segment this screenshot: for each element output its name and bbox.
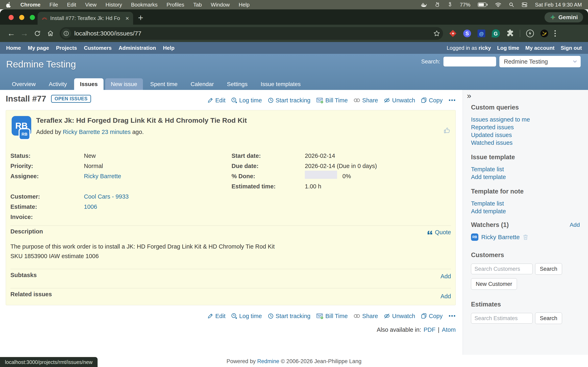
field-value-customer[interactable]: Cool Cars - 9933 xyxy=(84,192,129,202)
search-input[interactable] xyxy=(443,57,496,67)
reload-button[interactable] xyxy=(31,30,43,37)
share-button-bottom[interactable]: Share xyxy=(354,313,378,319)
tab-issues[interactable]: Issues xyxy=(74,78,103,90)
tab-issue-templates[interactable]: Issue templates xyxy=(255,78,306,90)
menubar-item-file[interactable]: File xyxy=(49,2,58,8)
log-time-button[interactable]: Log time xyxy=(231,97,262,104)
menubar-clock[interactable]: Sat Feb 14 9:30 AM xyxy=(535,2,582,8)
extension-icon-red[interactable] xyxy=(448,29,457,38)
account-my-account[interactable]: My account xyxy=(525,45,554,51)
bill-time-button-bottom[interactable]: Bill Time xyxy=(316,313,348,319)
copy-button-bottom[interactable]: Copy xyxy=(421,313,443,319)
edit-button[interactable]: Edit xyxy=(207,97,225,104)
bill-time-button[interactable]: Bill Time xyxy=(316,97,348,104)
grammarly-icon[interactable]: G xyxy=(491,29,500,38)
query-reported-issues[interactable]: Reported issues xyxy=(471,123,588,131)
export-pdf-link[interactable]: PDF xyxy=(424,326,435,333)
wifi-icon[interactable] xyxy=(495,2,502,7)
field-value-assignee[interactable]: Ricky Barrette xyxy=(84,171,121,181)
unwatch-button-bottom[interactable]: Unwatch xyxy=(384,313,415,319)
unwatch-button[interactable]: Unwatch xyxy=(384,97,415,104)
tab-overview[interactable]: Overview xyxy=(6,78,42,90)
note-add-template-link[interactable]: Add template xyxy=(471,207,588,215)
tab-spent-time[interactable]: Spent time xyxy=(145,78,183,90)
menubar-item-edit[interactable]: Edit xyxy=(67,2,76,8)
query-issues-assigned-to-me[interactable]: Issues assigned to me xyxy=(471,116,588,123)
quote-button[interactable]: Quote xyxy=(427,229,451,236)
share-button[interactable]: Share xyxy=(354,97,378,104)
estimates-search-input[interactable] xyxy=(471,313,533,324)
profile-avatar[interactable] xyxy=(540,29,549,38)
spotlight-search-icon[interactable] xyxy=(509,2,514,7)
menubar-icon-rabbit[interactable] xyxy=(434,2,440,8)
add-subtask-link[interactable]: Add xyxy=(440,273,451,280)
menubar-item-tab[interactable]: Tab xyxy=(193,2,202,8)
minimize-window-button[interactable] xyxy=(19,15,24,20)
author-link[interactable]: Ricky Barrette xyxy=(63,129,100,135)
menubar-icon-monkey[interactable] xyxy=(448,2,452,8)
delete-watcher-icon[interactable] xyxy=(522,234,528,240)
start-tracking-button-bottom[interactable]: Start tracking xyxy=(268,313,311,319)
more-actions-button[interactable]: ⋯ xyxy=(448,98,456,102)
account-log-time[interactable]: Log time xyxy=(497,45,519,51)
top-menu-administration[interactable]: Administration xyxy=(119,45,156,51)
bookmark-star-icon[interactable] xyxy=(433,30,440,37)
extension-icon-at-lock[interactable]: @ xyxy=(477,29,486,38)
close-window-button[interactable] xyxy=(9,15,14,20)
home-button[interactable] xyxy=(44,30,56,37)
top-menu-home[interactable]: Home xyxy=(6,45,21,51)
tab-new-issue[interactable]: New issue xyxy=(105,78,143,90)
top-menu-help[interactable]: Help xyxy=(163,45,174,51)
project-jump-select[interactable]: Redmine Testing xyxy=(499,56,581,67)
top-menu-customers[interactable]: Customers xyxy=(84,45,112,51)
browser-menu-kebab-icon[interactable] xyxy=(554,30,556,37)
gemini-button[interactable]: Gemini xyxy=(545,12,583,22)
forward-button[interactable]: → xyxy=(18,29,30,38)
customers-search-button[interactable]: Search xyxy=(535,263,562,275)
open-issues-badge[interactable]: OPEN ISSUES xyxy=(51,95,91,103)
query-watched-issues[interactable]: Watched issues xyxy=(471,139,588,147)
account-sign-out[interactable]: Sign out xyxy=(561,45,582,51)
tab-calendar[interactable]: Calendar xyxy=(185,78,220,90)
start-tracking-button[interactable]: Start tracking xyxy=(268,97,311,104)
top-menu-my-page[interactable]: My page xyxy=(28,45,49,51)
tab-close-icon[interactable]: × xyxy=(125,15,129,21)
redmine-link[interactable]: Redmine xyxy=(257,358,279,364)
field-value-estimate[interactable]: 1006 xyxy=(84,202,97,212)
more-actions-button-bottom[interactable]: ⋯ xyxy=(448,314,456,318)
added-time-link[interactable]: 23 minutes xyxy=(102,129,131,135)
control-center-icon[interactable] xyxy=(521,2,527,7)
add-related-issue-link[interactable]: Add xyxy=(440,293,451,300)
extensions-puzzle-icon[interactable] xyxy=(506,29,515,38)
new-tab-button[interactable]: + xyxy=(138,13,143,23)
menubar-item-bookmarks[interactable]: Bookmarks xyxy=(131,2,158,8)
zoom-window-button[interactable] xyxy=(30,15,35,20)
apple-icon[interactable] xyxy=(6,2,11,8)
add-watcher-link[interactable]: Add xyxy=(570,222,580,228)
customers-search-input[interactable] xyxy=(471,264,533,274)
copy-button[interactable]: Copy xyxy=(421,97,443,104)
issue-add-template-link[interactable]: Add template xyxy=(471,173,588,181)
performance-leaf-icon[interactable] xyxy=(526,29,535,38)
tab-activity[interactable]: Activity xyxy=(43,78,73,90)
edit-button-bottom[interactable]: Edit xyxy=(207,313,225,319)
issue-template-list-link[interactable]: Template list xyxy=(471,165,588,173)
menubar-item-view[interactable]: View xyxy=(85,2,96,8)
estimates-search-button[interactable]: Search xyxy=(535,313,562,324)
top-menu-projects[interactable]: Projects xyxy=(56,45,77,51)
query-updated-issues[interactable]: Updated issues xyxy=(471,131,588,139)
new-customer-button[interactable]: New Customer xyxy=(471,278,517,290)
tab-settings[interactable]: Settings xyxy=(221,78,253,90)
url-text[interactable]: localhost:3000/issues/77 xyxy=(74,30,433,37)
menubar-item-profiles[interactable]: Profiles xyxy=(167,2,184,8)
back-button[interactable]: ← xyxy=(5,29,17,38)
browser-tab[interactable]: Install #77: Teraflex Jk: Hd Fo × xyxy=(38,12,133,25)
watcher-name-link[interactable]: Ricky Barrette xyxy=(481,234,520,241)
url-bar[interactable]: localhost:3000/issues/77 xyxy=(60,27,443,40)
docker-menu-icon[interactable] xyxy=(421,2,427,7)
menubar-item-history[interactable]: History xyxy=(105,2,122,8)
extension-icon-s-circle[interactable]: S xyxy=(463,29,472,38)
thumbs-up-icon[interactable] xyxy=(443,127,450,134)
export-atom-link[interactable]: Atom xyxy=(442,326,456,333)
site-info-icon[interactable] xyxy=(61,29,71,38)
